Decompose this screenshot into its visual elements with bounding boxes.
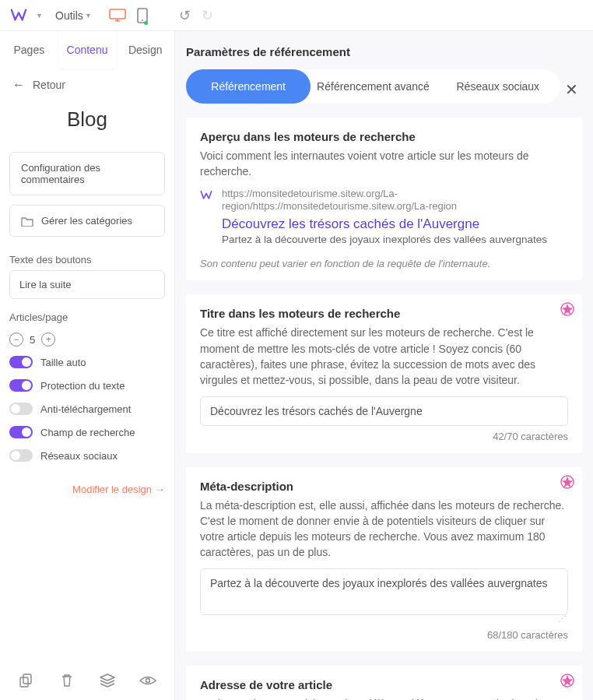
meta-counter: 68/180 caractères [200, 629, 568, 641]
toggle-anti-download[interactable] [9, 403, 33, 415]
sidebar: Pages Contenu Design ← Retour Blog Confi… [0, 31, 175, 700]
chevron-down-icon: ▾ [86, 11, 90, 19]
meta-desc: La méta-description est, elle aussi, aff… [200, 498, 568, 561]
premium-badge-icon [560, 674, 574, 688]
tab-contenu[interactable]: Contenu [58, 31, 117, 69]
buttons-text-label: Texte des boutons [0, 241, 174, 270]
trash-icon[interactable] [58, 672, 75, 689]
resize-handle-icon[interactable]: ⋰ [200, 614, 568, 624]
device-switcher [109, 8, 151, 23]
undo-redo: ↺ ↻ [179, 7, 213, 24]
svg-rect-0 [110, 9, 125, 19]
seg-referencement-avance[interactable]: Référencement avancé [311, 69, 435, 104]
logo[interactable] [9, 6, 28, 25]
seg-referencement[interactable]: Référencement [186, 69, 311, 104]
svg-point-2 [142, 19, 143, 21]
config-comments-button[interactable]: Configuration des commentaires [9, 152, 165, 195]
site-icon [200, 188, 214, 204]
duplicate-icon[interactable] [18, 672, 35, 689]
premium-badge-icon [560, 475, 574, 489]
seg-reseaux-sociaux[interactable]: Réseaux sociaux [436, 69, 560, 104]
seo-title-input[interactable] [200, 396, 568, 426]
title-card: Titre dans les moteurs de recherche Ce t… [186, 294, 582, 452]
toggle-text-protection[interactable] [9, 379, 33, 392]
redo-button[interactable]: ↻ [202, 7, 213, 24]
preview-note: Son contenu peut varier en fonction de l… [200, 258, 568, 269]
url-card: Adresse de votre article L'adresse de vo… [186, 666, 582, 700]
eye-icon[interactable] [139, 672, 156, 689]
arrow-left-icon: ← [12, 78, 25, 92]
toggle-search-field[interactable] [9, 426, 33, 438]
tools-label: Outils [55, 9, 83, 22]
preview-heading: Aperçu dans les moteurs de recherche [200, 130, 568, 143]
mobile-device-button[interactable] [134, 8, 151, 23]
title-desc: Ce titre est affiché directement sur les… [200, 325, 568, 388]
meta-heading: Méta-description [200, 480, 568, 493]
preview-title: Découvrez les trésors cachés de l'Auverg… [222, 216, 568, 232]
increment-button[interactable]: + [41, 332, 55, 346]
svg-point-5 [146, 679, 150, 683]
back-button[interactable]: ← Retour [0, 69, 174, 101]
title-heading: Titre dans les moteurs de recherche [200, 307, 568, 320]
articles-page-label: Articles/page [0, 299, 174, 328]
settings-title: Paramètres de référencement [186, 45, 582, 58]
tab-pages[interactable]: Pages [0, 31, 58, 69]
decrement-button[interactable]: − [9, 332, 23, 346]
meta-card: Méta-description La méta-description est… [186, 467, 582, 652]
close-button[interactable]: ✕ [560, 79, 582, 100]
svg-rect-3 [20, 677, 28, 687]
layers-icon[interactable] [99, 672, 116, 689]
desktop-device-button[interactable] [109, 8, 126, 23]
manage-categories-button[interactable]: Gérer les catégories [9, 205, 165, 237]
undo-button[interactable]: ↺ [179, 7, 191, 24]
toggle-size-auto[interactable] [9, 356, 33, 368]
modify-design-link[interactable]: Modifier le design→ [0, 484, 174, 495]
title-counter: 42/70 caractères [200, 431, 568, 442]
articles-page-value: 5 [30, 334, 35, 346]
url-desc: L'adresse de votre article contient déjà… [200, 696, 568, 700]
premium-badge-icon [560, 302, 574, 316]
folder-icon [21, 216, 33, 227]
tools-dropdown[interactable]: Outils ▾ [51, 6, 95, 25]
url-heading: Adresse de votre article [200, 678, 568, 691]
preview-card: Aperçu dans les moteurs de recherche Voi… [186, 118, 582, 280]
sidebar-footer [0, 661, 174, 700]
tab-design[interactable]: Design [116, 31, 174, 69]
svg-rect-4 [23, 674, 31, 684]
back-label: Retour [33, 79, 65, 91]
topbar: ▾ Outils ▾ ↺ ↻ [0, 0, 593, 31]
active-dot [144, 21, 148, 25]
toggle-social[interactable] [9, 449, 33, 462]
seo-tabs: Référencement Référencement avancé Résea… [186, 69, 560, 104]
chevron-down-icon[interactable]: ▾ [37, 11, 41, 19]
preview-url: https://monsitedetourisme.sitew.org/La-r… [222, 188, 568, 214]
page-title: Blog [0, 101, 174, 147]
arrow-right-icon: → [155, 484, 165, 495]
preview-desc: Voici comment les internautes voient vot… [200, 148, 568, 180]
preview-snippet: Partez à la découverte des joyaux inexpl… [222, 234, 568, 245]
readmore-input[interactable] [9, 270, 165, 299]
meta-description-input[interactable] [200, 568, 568, 615]
content-panel: Paramètres de référencement Référencemen… [175, 31, 593, 700]
sidebar-tabs: Pages Contenu Design [0, 31, 174, 69]
